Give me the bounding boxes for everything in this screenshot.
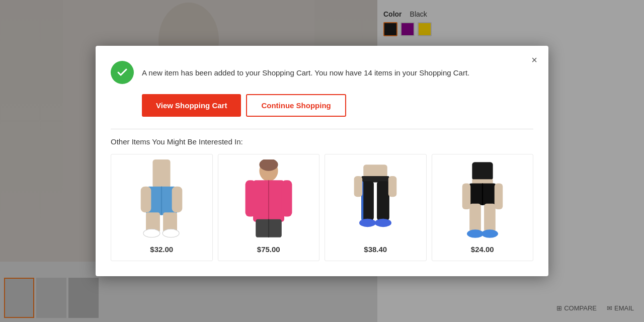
modal-action-buttons: View Shopping Cart Continue Shopping — [142, 94, 533, 117]
svg-point-31 — [375, 219, 391, 227]
item-image-2 — [228, 159, 309, 240]
svg-rect-40 — [484, 204, 496, 232]
success-icon — [111, 61, 134, 84]
modal-overlay: × A new item has been added to your Shop… — [0, 0, 644, 322]
item-price-4: $24.00 — [471, 245, 494, 254]
view-cart-button[interactable]: View Shopping Cart — [142, 94, 241, 117]
cart-message: A new item has been added to your Shoppi… — [142, 68, 533, 77]
item-image-1 — [121, 159, 202, 240]
modal-header: A new item has been added to your Shoppi… — [111, 61, 533, 84]
continue-shopping-button[interactable]: Continue Shopping — [246, 94, 346, 117]
divider — [111, 129, 533, 129]
related-item-2[interactable]: $75.00 — [218, 154, 320, 261]
svg-rect-29 — [377, 181, 389, 220]
svg-rect-39 — [469, 204, 481, 232]
cart-modal: × A new item has been added to your Shop… — [96, 46, 548, 276]
svg-rect-13 — [141, 187, 151, 213]
related-items-list: $32.00 — [111, 154, 533, 261]
item-image-4 — [442, 159, 523, 240]
svg-point-12 — [163, 229, 179, 237]
svg-rect-44 — [494, 183, 503, 209]
svg-rect-33 — [388, 176, 397, 197]
svg-rect-14 — [172, 187, 183, 213]
svg-rect-6 — [153, 159, 171, 188]
svg-rect-43 — [462, 183, 470, 209]
svg-point-30 — [359, 219, 376, 227]
svg-point-42 — [481, 229, 498, 238]
related-title: Other Items You Might Be Interested In: — [111, 137, 533, 146]
svg-rect-35 — [472, 162, 493, 180]
svg-rect-20 — [245, 180, 256, 216]
close-button[interactable]: × — [528, 54, 540, 66]
item-image-3 — [335, 159, 416, 240]
item-price-3: $38.40 — [364, 245, 387, 254]
svg-point-11 — [143, 229, 160, 237]
svg-rect-32 — [354, 176, 363, 197]
item-price-2: $75.00 — [257, 245, 280, 254]
svg-rect-25 — [364, 165, 387, 178]
item-price-1: $32.00 — [150, 245, 173, 254]
related-item-3[interactable]: $38.40 — [325, 154, 427, 261]
related-item-1[interactable]: $32.00 — [111, 154, 213, 261]
svg-point-41 — [467, 229, 484, 238]
related-item-4[interactable]: $24.00 — [432, 154, 534, 261]
svg-rect-21 — [282, 180, 292, 216]
